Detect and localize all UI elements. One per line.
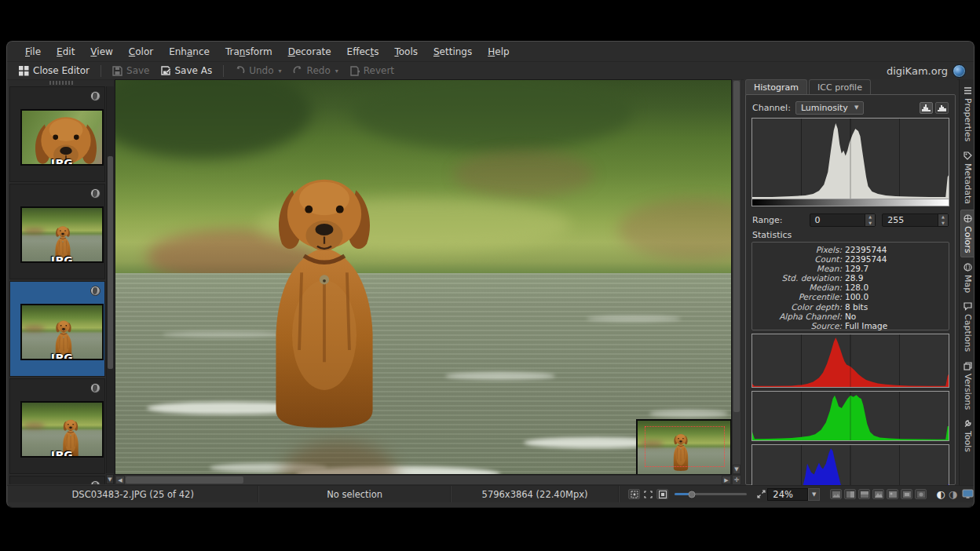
thumbnail-item-2[interactable]: JPG [9, 184, 105, 279]
statistics-row: Median:128.0 [752, 283, 944, 292]
thumbnail-bar: JPG JPG JPG [9, 80, 115, 484]
spin-down-button[interactable]: ▼ [865, 220, 875, 226]
preview-mode-button-6[interactable] [901, 489, 912, 499]
range-min-spinbox[interactable]: 0 ▲▼ [810, 213, 876, 227]
menu-settings[interactable]: Settings [426, 43, 479, 60]
luminosity-histogram[interactable] [751, 118, 949, 199]
geolocation-icon [90, 383, 101, 393]
zoom-dropdown-button[interactable]: ▼ [808, 488, 820, 501]
sidebar-tab-properties[interactable]: Properties [961, 82, 975, 146]
properties-icon [964, 86, 972, 95]
canvas-horizontal-scrollbar-thumb[interactable] [126, 476, 243, 483]
undo-dropdown-arrow[interactable]: ▾ [279, 68, 282, 75]
save-as-button[interactable]: Save As [155, 64, 218, 78]
preview-mode-button-7[interactable] [915, 489, 927, 499]
canvas-horizontal-scrollbar[interactable]: ◀ ▶ [115, 475, 732, 485]
spin-up-button[interactable]: ▲ [865, 214, 875, 221]
zoom-slider[interactable] [675, 493, 747, 495]
image-canvas[interactable] [115, 79, 732, 475]
sidebar-tab-map[interactable]: Map [961, 259, 975, 297]
geolocation-icon [90, 91, 101, 101]
statistics-row: Percentile:100.0 [752, 292, 944, 301]
menu-view[interactable]: View [83, 43, 119, 60]
thumbbar-scrollbar-thumb[interactable] [108, 156, 113, 369]
statusbar: DSC03483-2.JPG (25 of 42) No selection 5… [7, 485, 974, 502]
preview-mode-button-2[interactable] [844, 489, 856, 499]
spin-up-button[interactable]: ▲ [938, 214, 948, 221]
revert-button[interactable]: Revert [344, 64, 400, 78]
logarithmic-histogram-scale-button[interactable] [935, 102, 949, 114]
linear-histogram-scale-button[interactable] [920, 102, 933, 114]
thumbnail-item-4[interactable]: JPG [9, 378, 105, 474]
canvas-vertical-scrollbar[interactable]: ▼ [732, 79, 741, 475]
preview-mode-button-5[interactable] [887, 489, 898, 499]
menu-help[interactable]: Help [481, 43, 516, 60]
range-max-value[interactable]: 255 [883, 215, 938, 225]
green-channel-histogram [751, 391, 949, 441]
digikam-editor-window: FileEditViewColorEnhanceTransformDecorat… [6, 41, 975, 508]
format-badge: JPG [51, 352, 73, 360]
sidebar-tab-captions[interactable]: Captions [961, 298, 975, 356]
redo-button[interactable]: Redo ▾ [287, 64, 344, 78]
zoom-slider-handle[interactable] [689, 491, 696, 498]
color-managed-view-icon[interactable] [962, 489, 974, 499]
sidebar-tab-tools[interactable]: Tools [961, 415, 975, 456]
scroll-left-arrow[interactable]: ◀ [115, 476, 125, 484]
zoom-percent-input[interactable]: 24% [767, 488, 808, 501]
spin-down-button[interactable]: ▼ [938, 220, 948, 226]
thumbbar-scroll-down-button[interactable]: ▼ [106, 474, 114, 484]
zoom-100-button[interactable] [656, 489, 668, 499]
save-as-icon [161, 66, 171, 76]
menu-color[interactable]: Color [122, 43, 160, 60]
zoom-fit-selection-button[interactable] [628, 489, 640, 499]
histogram-group-box: Channel: Luminosity ▼ [745, 94, 956, 485]
histogram-gradient-strip [751, 199, 949, 206]
canvas-vertical-scrollbar-thumb[interactable] [733, 81, 740, 412]
statistics-row: Source:Full Image [752, 321, 944, 330]
zoom-resize-icon[interactable] [755, 489, 767, 499]
thumbnail-item-5-partial[interactable] [9, 476, 105, 484]
sidebar-tab-metadata[interactable]: Metadata [961, 148, 975, 208]
preview-mode-button-1[interactable] [830, 489, 842, 499]
sidebar-tab-colors[interactable]: Colors [960, 210, 975, 257]
sidebar-tab-versions[interactable]: Versions [961, 358, 975, 414]
scroll-down-arrow[interactable]: ▼ [733, 465, 740, 474]
menu-decorate[interactable]: Decorate [281, 43, 338, 60]
tab-icc-profile[interactable]: ICC profile [809, 79, 871, 96]
revert-label: Revert [364, 65, 394, 76]
close-editor-button[interactable]: Close Editor [13, 64, 95, 78]
thumbbar-scrollbar[interactable] [106, 86, 114, 473]
thumbbar-drag-handle[interactable] [49, 81, 73, 85]
scroll-right-arrow[interactable]: ▶ [722, 476, 731, 484]
undo-button[interactable]: Undo ▾ [229, 64, 287, 78]
range-max-spinbox[interactable]: 255 ▲▼ [882, 213, 949, 227]
undo-icon [235, 66, 245, 75]
selection-label: No selection [327, 489, 382, 500]
brand-label: digiKam.org [887, 65, 948, 77]
range-min-value[interactable]: 0 [810, 215, 865, 225]
menu-effects[interactable]: Effects [340, 43, 386, 60]
overexposure-indicator-icon[interactable]: ◑ [949, 489, 957, 499]
menu-file[interactable]: File [18, 43, 48, 60]
range-label: Range: [752, 215, 783, 225]
menu-transform[interactable]: Transform [218, 43, 280, 60]
menu-enhance[interactable]: Enhance [162, 43, 217, 60]
visible-region-rectangle[interactable] [645, 426, 725, 467]
channel-select[interactable]: Luminosity ▼ [795, 101, 864, 115]
menu-tools[interactable]: Tools [387, 43, 425, 60]
redo-dropdown-arrow[interactable]: ▾ [335, 68, 338, 75]
close-editor-label: Close Editor [33, 65, 90, 76]
zoom-fit-window-button[interactable] [642, 489, 654, 499]
save-button[interactable]: Save [107, 64, 155, 78]
menu-edit[interactable]: Edit [49, 43, 82, 60]
pan-overview-thumbnail[interactable] [636, 419, 732, 475]
thumbnail-item-1[interactable]: JPG [9, 86, 105, 182]
undo-label: Undo [249, 65, 273, 76]
underexposure-indicator-icon[interactable]: ◐ [936, 489, 945, 499]
pan-tool-corner-button[interactable]: ✛ [732, 475, 741, 485]
preview-mode-button-4[interactable] [872, 489, 884, 499]
thumbnail-item-3-selected[interactable]: JPG [9, 281, 105, 377]
statistics-box: Pixels:22395744Count:22395744Mean:129.7S… [751, 242, 949, 330]
tab-histogram[interactable]: Histogram [745, 79, 807, 96]
preview-mode-button-3[interactable] [858, 489, 870, 499]
